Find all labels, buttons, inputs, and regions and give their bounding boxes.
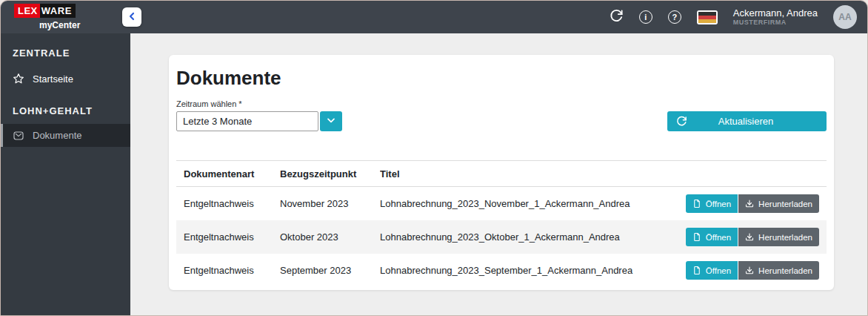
refresh-icon xyxy=(610,9,624,25)
refresh-button[interactable] xyxy=(610,9,624,25)
sidebar-item-dokumente[interactable]: Dokumente xyxy=(1,124,130,147)
update-button-label: Aktualisieren xyxy=(687,116,804,127)
cell-bezugszeitpunkt: November 2023 xyxy=(280,198,380,209)
column-header-titel: Titel xyxy=(380,168,819,180)
download-button[interactable]: Herunterladen xyxy=(738,228,819,246)
documents-card: Dokumente Zeitraum wählen * xyxy=(169,55,834,290)
sidebar-section-zentrale: ZENTRALE xyxy=(1,33,130,66)
sidebar-item-label: Dokumente xyxy=(33,130,81,141)
user-company: MUSTERFIRMA xyxy=(733,19,818,27)
help-icon: ? xyxy=(668,10,681,24)
download-button-label: Herunterladen xyxy=(758,233,812,242)
page-title: Dokumente xyxy=(176,67,827,90)
header-actions: i ? Ackermann, Andrea MUSTERFIRMA AA xyxy=(610,5,867,29)
update-button[interactable]: Aktualisieren xyxy=(667,111,827,131)
lexware-wordmark: Lexware xyxy=(14,4,76,18)
cell-titel: Lohnabrechnung_2023_Oktober_1_Ackermann_… xyxy=(380,231,686,243)
logo-product-name: myCenter xyxy=(39,20,80,30)
period-field-label: Zeitraum wählen * xyxy=(176,99,342,108)
info-icon: i xyxy=(639,10,652,24)
period-select xyxy=(176,111,342,131)
download-button-label: Herunterladen xyxy=(758,200,812,208)
chevron-down-icon xyxy=(325,114,337,128)
document-icon xyxy=(692,199,701,208)
document-icon xyxy=(692,266,701,275)
open-button-label: Öffnen xyxy=(706,200,731,208)
user-name: Ackermann, Andrea xyxy=(733,7,818,19)
row-actions: Öffnen Herunterladen xyxy=(686,228,819,246)
cell-titel: Lohnabrechnung_2023_September_1_Ackerman… xyxy=(380,265,686,276)
period-select-dropdown-button[interactable] xyxy=(320,111,342,131)
sidebar-item-startseite[interactable]: Startseite xyxy=(1,66,130,91)
cell-dokumentenart: Entgeltnachweis xyxy=(184,265,280,276)
top-header-bar: Lexware myCenter i ? xyxy=(1,1,867,33)
column-header-dokumentenart: Dokumentenart xyxy=(184,168,280,180)
table-row: Entgeltnachweis November 2023 Lohnabrech… xyxy=(176,187,827,220)
info-button[interactable]: i xyxy=(639,10,652,24)
back-button[interactable] xyxy=(122,7,141,27)
table-row: Entgeltnachweis September 2023 Lohnabrec… xyxy=(176,254,827,287)
documents-table: Dokumentenart Bezugszeitpunkt Titel Entg… xyxy=(176,160,827,287)
open-button[interactable]: Öffnen xyxy=(686,194,738,213)
sidebar-section-lohn-gehalt: LOHN+GEHALT xyxy=(1,91,130,124)
open-button[interactable]: Öffnen xyxy=(686,261,738,280)
cell-bezugszeitpunkt: September 2023 xyxy=(280,265,380,276)
lexware-logo: Lexware myCenter xyxy=(1,4,130,30)
open-button[interactable]: Öffnen xyxy=(686,228,738,246)
row-actions: Öffnen Herunterladen xyxy=(686,194,819,213)
refresh-icon xyxy=(676,116,687,127)
help-button[interactable]: ? xyxy=(668,10,681,24)
cell-titel: Lohnabrechnung_2023_November_1_Ackermann… xyxy=(380,198,686,209)
period-field: Zeitraum wählen * xyxy=(176,99,342,131)
open-button-label: Öffnen xyxy=(706,266,731,275)
document-icon xyxy=(692,232,701,242)
period-select-input[interactable] xyxy=(176,111,318,131)
open-button-label: Öffnen xyxy=(706,233,731,242)
table-header-row: Dokumentenart Bezugszeitpunkt Titel xyxy=(176,160,827,187)
download-button[interactable]: Herunterladen xyxy=(738,194,819,213)
chevron-left-icon xyxy=(126,10,138,24)
download-icon xyxy=(745,199,754,208)
sidebar-item-label: Startseite xyxy=(33,73,73,85)
column-header-bezugszeitpunkt: Bezugszeitpunkt xyxy=(280,168,380,180)
logo-lex-segment: Lex xyxy=(14,4,40,18)
sidebar: ZENTRALE Startseite LOHN+GEHALT Dokument… xyxy=(1,33,130,315)
download-button-label: Herunterladen xyxy=(758,266,812,275)
download-button[interactable]: Herunterladen xyxy=(738,261,819,280)
cell-dokumentenart: Entgeltnachweis xyxy=(184,231,280,243)
download-icon xyxy=(745,232,754,242)
filter-row: Zeitraum wählen * Aktualisie xyxy=(176,99,827,131)
app-window: Lexware myCenter i ? xyxy=(0,0,868,316)
cell-bezugszeitpunkt: Oktober 2023 xyxy=(280,231,380,243)
table-row: Entgeltnachweis Oktober 2023 Lohnabrechn… xyxy=(176,220,827,254)
user-info: Ackermann, Andrea MUSTERFIRMA xyxy=(733,7,818,27)
row-actions: Öffnen Herunterladen xyxy=(686,261,819,280)
download-icon xyxy=(745,266,754,275)
star-icon xyxy=(13,73,24,85)
mail-icon xyxy=(13,130,24,142)
cell-dokumentenart: Entgeltnachweis xyxy=(184,198,280,209)
avatar[interactable]: AA xyxy=(833,5,857,29)
german-flag-language-icon[interactable] xyxy=(697,10,718,24)
main-area: Dokumente Zeitraum wählen * xyxy=(130,33,867,315)
logo-ware-segment: ware xyxy=(40,4,76,18)
